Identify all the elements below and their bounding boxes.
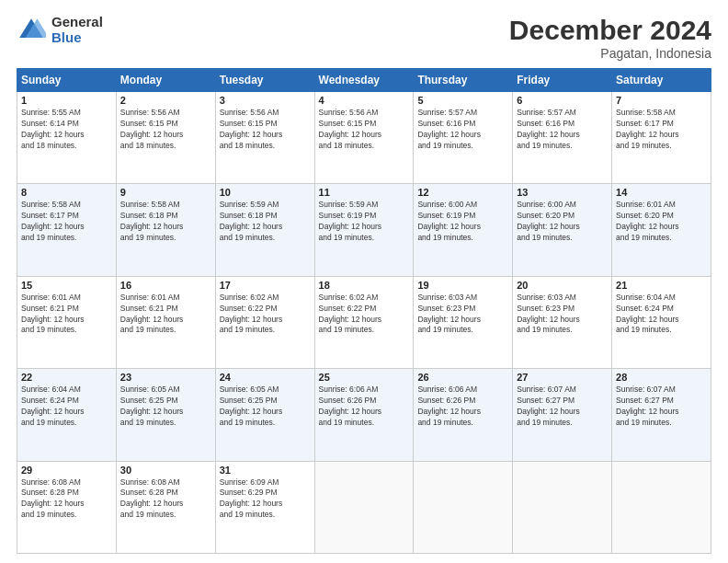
calendar-cell: 1Sunrise: 5:55 AMSunset: 6:14 PMDaylight… [17,92,117,184]
calendar-day-header: Wednesday [314,69,414,92]
calendar-day-header: Saturday [612,69,711,92]
day-number: 8 [21,187,112,198]
cell-text: Sunrise: 5:56 AMSunset: 6:15 PMDaylight:… [120,108,211,152]
cell-text: Sunrise: 6:03 AMSunset: 6:23 PMDaylight:… [517,293,608,337]
calendar-body: 1Sunrise: 5:55 AMSunset: 6:14 PMDaylight… [17,92,711,554]
cell-text: Sunrise: 6:00 AMSunset: 6:20 PMDaylight:… [517,200,608,244]
calendar-cell: 21Sunrise: 6:04 AMSunset: 6:24 PMDayligh… [612,276,711,368]
day-number: 29 [21,465,112,476]
cell-text: Sunrise: 6:09 AMSunset: 6:29 PMDaylight:… [220,477,311,522]
calendar-cell [513,461,612,553]
calendar-day-header: Friday [513,69,612,92]
logo-general: General [51,15,103,30]
calendar-day-header: Sunday [17,69,117,92]
calendar-cell: 9Sunrise: 5:58 AMSunset: 6:18 PMDaylight… [116,184,215,276]
cell-text: Sunrise: 6:04 AMSunset: 6:24 PMDaylight:… [21,385,112,429]
day-number: 20 [517,280,608,291]
calendar-cell: 2Sunrise: 5:56 AMSunset: 6:15 PMDaylight… [116,92,215,184]
calendar-cell [612,461,711,553]
day-number: 22 [21,372,112,383]
day-number: 25 [319,372,410,383]
calendar-cell: 27Sunrise: 6:07 AMSunset: 6:27 PMDayligh… [513,369,612,461]
cell-text: Sunrise: 5:59 AMSunset: 6:19 PMDaylight:… [319,200,410,244]
day-number: 30 [120,465,211,476]
calendar-cell: 14Sunrise: 6:01 AMSunset: 6:20 PMDayligh… [612,184,711,276]
day-number: 3 [220,95,311,106]
day-number: 21 [616,280,707,291]
day-number: 18 [319,280,410,291]
cell-text: Sunrise: 6:05 AMSunset: 6:25 PMDaylight:… [120,385,211,429]
calendar-cell: 29Sunrise: 6:08 AMSunset: 6:28 PMDayligh… [17,461,117,553]
day-number: 15 [21,280,112,291]
day-number: 16 [120,280,211,291]
page: General Blue December 2024 Pagatan, Indo… [0,0,728,563]
calendar-day-header: Tuesday [215,69,314,92]
cell-text: Sunrise: 6:07 AMSunset: 6:27 PMDaylight:… [616,385,707,429]
calendar-cell: 23Sunrise: 6:05 AMSunset: 6:25 PMDayligh… [116,369,215,461]
cell-text: Sunrise: 5:58 AMSunset: 6:17 PMDaylight:… [21,200,112,244]
cell-text: Sunrise: 6:03 AMSunset: 6:23 PMDaylight:… [417,293,508,337]
cell-text: Sunrise: 6:02 AMSunset: 6:22 PMDaylight:… [220,293,311,337]
cell-text: Sunrise: 6:05 AMSunset: 6:25 PMDaylight:… [220,385,311,429]
calendar-cell: 28Sunrise: 6:07 AMSunset: 6:27 PMDayligh… [612,369,711,461]
calendar-week-row: 15Sunrise: 6:01 AMSunset: 6:21 PMDayligh… [17,276,711,368]
cell-text: Sunrise: 5:59 AMSunset: 6:18 PMDaylight:… [220,200,311,244]
cell-text: Sunrise: 6:06 AMSunset: 6:26 PMDaylight:… [417,385,508,429]
cell-text: Sunrise: 6:01 AMSunset: 6:21 PMDaylight:… [21,293,112,337]
cell-text: Sunrise: 5:58 AMSunset: 6:17 PMDaylight:… [616,108,707,152]
day-number: 4 [319,95,410,106]
cell-text: Sunrise: 5:55 AMSunset: 6:14 PMDaylight:… [21,108,112,152]
calendar-cell: 13Sunrise: 6:00 AMSunset: 6:20 PMDayligh… [513,184,612,276]
calendar-cell: 26Sunrise: 6:06 AMSunset: 6:26 PMDayligh… [414,369,513,461]
calendar-week-row: 29Sunrise: 6:08 AMSunset: 6:28 PMDayligh… [17,461,711,553]
day-number: 12 [417,187,508,198]
day-number: 27 [517,372,608,383]
calendar-cell [414,461,513,553]
calendar-cell: 15Sunrise: 6:01 AMSunset: 6:21 PMDayligh… [17,276,117,368]
cell-text: Sunrise: 5:58 AMSunset: 6:18 PMDaylight:… [120,200,211,244]
day-number: 17 [220,280,311,291]
calendar-cell: 22Sunrise: 6:04 AMSunset: 6:24 PMDayligh… [17,369,117,461]
calendar-cell: 10Sunrise: 5:59 AMSunset: 6:18 PMDayligh… [215,184,314,276]
calendar-cell: 5Sunrise: 5:57 AMSunset: 6:16 PMDaylight… [414,92,513,184]
calendar-cell: 12Sunrise: 6:00 AMSunset: 6:19 PMDayligh… [414,184,513,276]
day-number: 6 [517,95,608,106]
logo: General Blue [17,15,103,45]
calendar-header-row: SundayMondayTuesdayWednesdayThursdayFrid… [17,69,711,92]
cell-text: Sunrise: 6:00 AMSunset: 6:19 PMDaylight:… [417,200,508,244]
calendar-cell: 7Sunrise: 5:58 AMSunset: 6:17 PMDaylight… [612,92,711,184]
cell-text: Sunrise: 5:56 AMSunset: 6:15 PMDaylight:… [319,108,410,152]
day-number: 5 [417,95,508,106]
logo-icon [17,16,46,45]
calendar-cell: 19Sunrise: 6:03 AMSunset: 6:23 PMDayligh… [414,276,513,368]
cell-text: Sunrise: 5:57 AMSunset: 6:16 PMDaylight:… [517,108,608,152]
cell-text: Sunrise: 6:02 AMSunset: 6:22 PMDaylight:… [319,293,410,337]
cell-text: Sunrise: 6:08 AMSunset: 6:28 PMDaylight:… [21,477,112,522]
cell-text: Sunrise: 6:01 AMSunset: 6:21 PMDaylight:… [120,293,211,337]
logo-blue: Blue [51,30,103,46]
calendar-cell: 18Sunrise: 6:02 AMSunset: 6:22 PMDayligh… [314,276,414,368]
day-number: 19 [417,280,508,291]
calendar-cell: 31Sunrise: 6:09 AMSunset: 6:29 PMDayligh… [215,461,314,553]
day-number: 7 [616,95,707,106]
calendar-table: SundayMondayTuesdayWednesdayThursdayFrid… [17,68,711,554]
day-number: 24 [220,372,311,383]
calendar-week-row: 22Sunrise: 6:04 AMSunset: 6:24 PMDayligh… [17,369,711,461]
calendar-cell: 24Sunrise: 6:05 AMSunset: 6:25 PMDayligh… [215,369,314,461]
calendar-cell: 4Sunrise: 5:56 AMSunset: 6:15 PMDaylight… [314,92,414,184]
day-number: 2 [120,95,211,106]
cell-text: Sunrise: 5:56 AMSunset: 6:15 PMDaylight:… [220,108,311,152]
calendar-cell: 3Sunrise: 5:56 AMSunset: 6:15 PMDaylight… [215,92,314,184]
day-number: 23 [120,372,211,383]
day-number: 14 [616,187,707,198]
cell-text: Sunrise: 6:04 AMSunset: 6:24 PMDaylight:… [616,293,707,337]
cell-text: Sunrise: 5:57 AMSunset: 6:16 PMDaylight:… [417,108,508,152]
calendar-day-header: Monday [116,69,215,92]
calendar-cell: 20Sunrise: 6:03 AMSunset: 6:23 PMDayligh… [513,276,612,368]
cell-text: Sunrise: 6:01 AMSunset: 6:20 PMDaylight:… [616,200,707,244]
main-title: December 2024 [509,15,711,46]
calendar-week-row: 1Sunrise: 5:55 AMSunset: 6:14 PMDaylight… [17,92,711,184]
calendar-cell: 11Sunrise: 5:59 AMSunset: 6:19 PMDayligh… [314,184,414,276]
calendar-day-header: Thursday [414,69,513,92]
day-number: 28 [616,372,707,383]
